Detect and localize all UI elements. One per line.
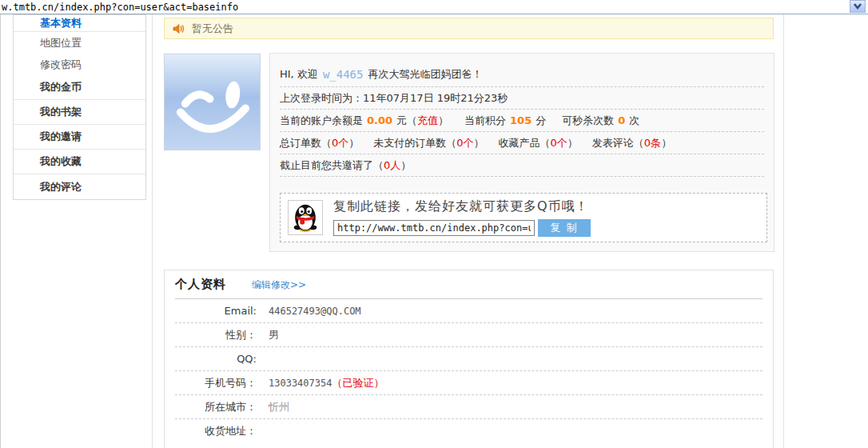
profile-field-label: 手机号码： xyxy=(175,376,257,390)
account-info-panel: HI, 欢迎 w_4465 再次大驾光临团妈团爸！ 上次登录时间为：11年07月… xyxy=(269,53,774,252)
profile-field-value-text: 忻州 xyxy=(269,400,289,414)
profile-field-row: QQ: xyxy=(175,347,762,371)
invite-close-paren: ） xyxy=(400,158,411,173)
profile-field-value: 13033407354 （已验证） xyxy=(269,376,384,390)
order-stat-count: 0个 xyxy=(551,137,567,149)
sidebar-item-4[interactable]: 我的书架 xyxy=(14,100,145,125)
address-bar xyxy=(0,0,868,14)
greeting-prefix: HI, 欢迎 xyxy=(280,67,318,82)
seckill-label: 可秒杀次数 xyxy=(562,114,614,128)
speaker-icon xyxy=(173,23,185,34)
sidebar-item-label: 我的邀请 xyxy=(40,130,82,144)
notice-text: 暂无公告 xyxy=(192,22,233,36)
order-close-paren: ） xyxy=(474,137,484,149)
sidebar-menu: 基本资料地图位置修改密码我的金币我的书架我的邀请我的收藏我的评论 xyxy=(13,14,146,200)
last-login-line: 上次登录时间为：11年07月17日 19时21分23秒 xyxy=(280,87,764,110)
order-close-paren: ） xyxy=(661,137,671,149)
sidebar-item-label: 我的评论 xyxy=(40,180,82,194)
order-stat-item: 未支付的订单数（0个） xyxy=(373,136,484,150)
profile-box: 个人资料 编辑修改>> Email: 446527493@QQ.COM 性别： … xyxy=(164,270,774,448)
sidebar-item-7[interactable]: 我的评论 xyxy=(14,174,145,199)
last-login-text: 上次登录时间为：11年07月17日 19时21分23秒 xyxy=(280,91,508,106)
profile-rows: Email: 446527493@QQ.COM 性别： 男 QQ: 手机号码： … xyxy=(175,299,762,443)
invite-prefix: 截止目前您共邀请了 xyxy=(280,158,373,173)
sidebar-item-1[interactable]: 地图位置 xyxy=(14,32,145,54)
winking-smiley-avatar xyxy=(165,54,260,150)
order-open-paren: （ xyxy=(446,137,456,149)
sidebar-item-label: 我的收藏 xyxy=(40,154,82,169)
order-stat-item: 发表评论（0条） xyxy=(592,136,671,150)
qq-promo-text: 复制此链接，发给好友就可获更多Q币哦！ xyxy=(333,198,591,215)
profile-field-row: 性别： 男 xyxy=(175,323,762,347)
profile-field-value-text: 13033407354 xyxy=(269,378,332,389)
address-input[interactable] xyxy=(2,1,841,13)
order-close-paren: ） xyxy=(348,137,359,149)
user-avatar xyxy=(164,54,261,150)
profile-field-row: 手机号码： 13033407354 （已验证） xyxy=(175,371,762,395)
edit-profile-link[interactable]: 编辑修改>> xyxy=(252,278,306,292)
profile-field-value: 446527493@QQ.COM xyxy=(269,306,361,317)
recharge-link[interactable]: 充值 xyxy=(417,114,438,128)
balance-line: 当前的账户余额是 0.00 元（充值） 当前积分 105 分 可秒杀次数 0 次 xyxy=(280,110,764,132)
profile-field-value-text: 446527493@QQ.COM xyxy=(269,306,361,317)
invite-count: 0人 xyxy=(384,158,400,173)
sidebar-item-label: 基本资料 xyxy=(40,16,82,30)
address-dropdown-button[interactable] xyxy=(850,0,866,13)
order-stat-item: 收藏产品（0个） xyxy=(499,136,578,150)
sidebar-item-label: 地图位置 xyxy=(40,36,82,50)
points-value: 105 xyxy=(510,114,532,126)
invite-url-input[interactable] xyxy=(333,220,535,236)
sidebar-item-label: 我的书架 xyxy=(40,105,82,119)
order-open-paren: （ xyxy=(321,137,332,149)
sidebar-item-5[interactable]: 我的邀请 xyxy=(14,125,145,150)
profile-field-label: 所在城市： xyxy=(175,400,257,414)
page-left-edge xyxy=(0,14,1,448)
profile-header: 个人资料 编辑修改>> xyxy=(175,270,762,299)
balance-value: 0.00 xyxy=(367,114,392,126)
profile-field-label: 收货地址： xyxy=(175,424,257,438)
order-stat-label: 发表评论 xyxy=(592,137,634,149)
order-close-paren: ） xyxy=(567,137,578,149)
sidebar-item-6[interactable]: 我的收藏 xyxy=(14,150,145,174)
content-left-border xyxy=(152,14,153,448)
order-stat-count: 0条 xyxy=(644,137,661,149)
copy-button[interactable]: 复 制 xyxy=(538,219,591,237)
username-link[interactable]: w_4465 xyxy=(323,68,364,81)
qq-invite-promo-box: 复制此链接，发给好友就可获更多Q币哦！ 复 制 xyxy=(280,193,767,242)
profile-field-value: 男 xyxy=(269,328,279,342)
invite-open-paren: （ xyxy=(373,158,384,173)
order-stat-label: 收藏产品 xyxy=(499,137,540,149)
verified-badge: （已验证） xyxy=(332,376,384,390)
sidebar-item-2[interactable]: 修改密码 xyxy=(14,54,145,75)
profile-field-label: Email: xyxy=(175,305,257,317)
order-stat-count: 0个 xyxy=(456,137,473,149)
welcome-line: HI, 欢迎 w_4465 再次大驾光临团妈团爸！ xyxy=(280,54,764,87)
content-right-border xyxy=(783,14,784,448)
invite-line: 截止目前您共邀请了 （0人） xyxy=(280,154,764,177)
qq-penguin-icon xyxy=(290,202,321,233)
sidebar-item-0[interactable]: 基本资料 xyxy=(14,15,145,32)
order-stat-item: 总订单数（0个） xyxy=(280,136,359,150)
profile-title: 个人资料 xyxy=(175,277,226,292)
profile-field-value-text: 男 xyxy=(269,328,279,342)
sidebar-item-3[interactable]: 我的金币 xyxy=(14,75,145,100)
sidebar-item-label: 我的金币 xyxy=(40,80,82,94)
qq-icon-frame xyxy=(288,200,323,235)
profile-field-value: 忻州 xyxy=(269,400,289,414)
chevron-down-icon xyxy=(852,2,863,11)
page: 基本资料地图位置修改密码我的金币我的书架我的邀请我的收藏我的评论 暂无公告 xyxy=(0,0,868,448)
seckill-value: 0 xyxy=(618,114,625,126)
sidebar-item-label: 修改密码 xyxy=(40,58,82,72)
order-stat-label: 未支付的订单数 xyxy=(373,137,446,149)
order-stat-count: 0个 xyxy=(332,137,348,149)
order-open-paren: （ xyxy=(634,137,644,149)
profile-field-label: 性别： xyxy=(175,328,257,342)
profile-field-row: 收货地址： xyxy=(175,419,762,443)
points-unit: 分 xyxy=(536,114,546,128)
order-open-paren: （ xyxy=(540,137,551,149)
notice-bar: 暂无公告 xyxy=(164,18,774,39)
greeting-suffix: 再次大驾光临团妈团爸！ xyxy=(368,67,482,82)
balance-unit: 元（ xyxy=(396,114,417,128)
points-label: 当前积分 xyxy=(464,114,506,128)
orders-line: 总订单数（0个）未支付的订单数（0个）收藏产品（0个）发表评论（0条） xyxy=(280,132,764,154)
